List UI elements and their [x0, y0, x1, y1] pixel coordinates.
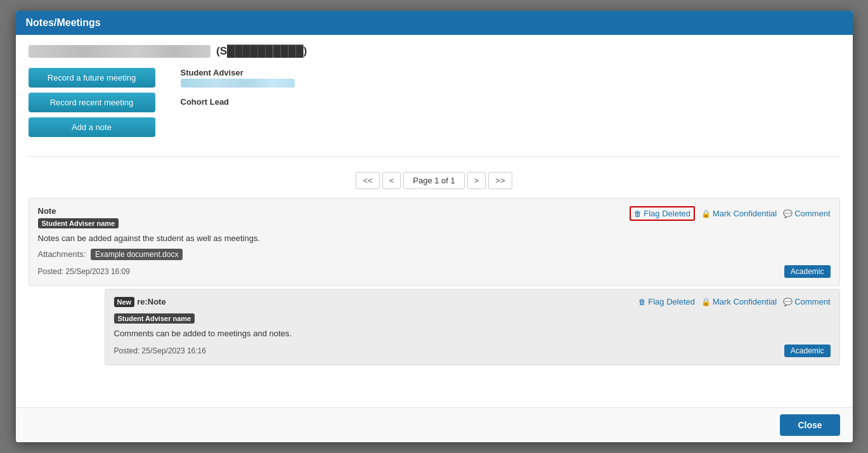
student-name-blurred: ████ ██████ ████ ████████ [29, 45, 211, 58]
attachment-file[interactable]: Example document.docx [91, 249, 183, 260]
comment-title-row: New re:Note [114, 297, 166, 307]
student-id-blurred: (S██████████) [216, 45, 307, 57]
divider-top [29, 156, 840, 157]
comment-1-category: Academic [784, 345, 831, 357]
comment-1-actions: Flag Deleted Mark Confidential Comment [638, 297, 830, 306]
note-1-flag-deleted-link[interactable]: Flag Deleted [630, 206, 695, 221]
modal-header: Notes/Meetings [16, 11, 853, 35]
note-1-author-badge: Student Adviser name [38, 218, 119, 228]
comment-card-1-header: New re:Note Flag Deleted Mark Confidenti… [114, 297, 831, 307]
page-info: Page 1 of 1 [403, 172, 465, 189]
action-buttons: Record a future meeting Record recent me… [29, 68, 155, 137]
comment-1-flag-deleted-link[interactable]: Flag Deleted [638, 297, 695, 306]
record-recent-meeting-button[interactable]: Record recent meeting [29, 93, 155, 112]
comment-1-comment-link[interactable]: Comment [783, 297, 830, 306]
comment-1-flag-deleted-label: Flag Deleted [648, 297, 695, 306]
note-1-mark-confidential-label: Mark Confidential [713, 209, 777, 218]
comment-1-author-badge: Student Adviser name [114, 313, 195, 324]
new-badge: New [114, 297, 135, 307]
note-1-footer: Posted: 25/Sep/2023 16:09 Academic [38, 265, 831, 278]
comment-1-comment-label: Comment [794, 297, 830, 306]
note-1-comment-link[interactable]: Comment [783, 209, 830, 218]
comment-card-1: New re:Note Flag Deleted Mark Confidenti… [105, 289, 840, 366]
note-1-attachments: Attachments: Example document.docx [38, 249, 831, 260]
comment-1-mark-confidential-link[interactable]: Mark Confidential [701, 297, 777, 306]
note-1-mark-confidential-link[interactable]: Mark Confidential [701, 209, 777, 218]
comment-1-title: re:Note [137, 297, 166, 306]
modal-title: Notes/Meetings [26, 17, 101, 28]
modal-body: ████ ██████ ████ ████████ (S██████████) … [16, 35, 853, 407]
note-1-posted: Posted: 25/Sep/2023 16:09 [38, 267, 130, 276]
modal-footer: Close [16, 407, 853, 442]
comment-icon-2 [783, 297, 793, 306]
trash-icon [634, 209, 642, 218]
note-1-comment-label: Comment [794, 209, 830, 218]
note-card-1-header: Note Student Adviser name Flag Deleted M… [38, 206, 831, 228]
record-future-meeting-button[interactable]: Record a future meeting [29, 68, 155, 88]
add-note-button[interactable]: Add a note [29, 117, 155, 137]
close-button[interactable]: Close [780, 414, 839, 436]
trash-icon-2 [638, 297, 646, 306]
student-adviser-label: Student Adviser [181, 68, 295, 77]
comment-1-footer: Posted: 25/Sep/2023 16:16 Academic [114, 345, 831, 357]
student-name: ████ ██████ ████ ████████ (S██████████) [29, 45, 840, 58]
adviser-value [181, 79, 295, 88]
notes-meetings-modal: Notes/Meetings ████ ██████ ████ ████████… [16, 11, 853, 442]
first-page-button[interactable]: << [356, 172, 379, 189]
cohort-lead-label: Cohort Lead [181, 97, 295, 107]
lock-icon-2 [701, 297, 711, 306]
adviser-info: Student Adviser Cohort Lead [181, 68, 295, 137]
next-page-button[interactable]: > [467, 172, 486, 189]
note-1-flag-deleted-label: Flag Deleted [644, 209, 690, 218]
pagination-bar: << < Page 1 of 1 > >> [29, 172, 840, 189]
comment-icon-1 [783, 209, 793, 218]
last-page-button[interactable]: >> [488, 172, 512, 189]
note-1-title: Note [38, 206, 119, 216]
comment-1-posted: Posted: 25/Sep/2023 16:16 [114, 346, 206, 355]
prev-page-button[interactable]: < [382, 172, 401, 189]
note-1-text: Notes can be added against the student a… [38, 232, 831, 245]
note-title-area: Note Student Adviser name [38, 206, 119, 228]
note-card-1: Note Student Adviser name Flag Deleted M… [29, 198, 840, 286]
top-section: Record a future meeting Record recent me… [29, 68, 840, 137]
comment-1-mark-confidential-label: Mark Confidential [713, 297, 777, 306]
modal-overlay: Notes/Meetings ████ ██████ ████ ████████… [0, 0, 868, 453]
note-1-category: Academic [784, 265, 831, 278]
note-1-actions: Flag Deleted Mark Confidential Comment [630, 206, 830, 221]
lock-icon [701, 209, 711, 218]
comment-1-text: Comments can be added to meetings and no… [114, 327, 831, 340]
attachments-label: Attachments: [38, 249, 86, 259]
